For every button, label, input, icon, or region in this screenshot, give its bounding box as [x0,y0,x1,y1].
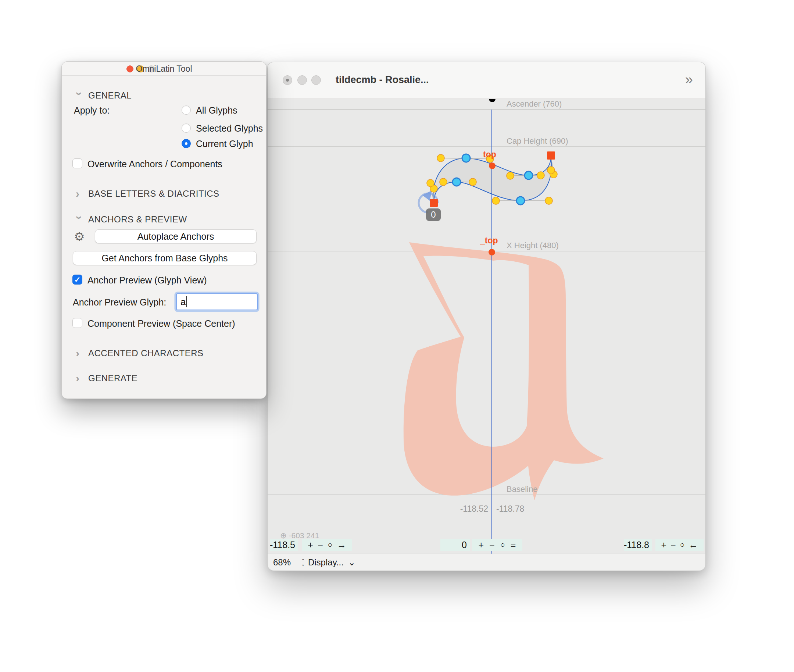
rsb-controls: + − ○ ← [655,539,704,551]
popup-updown-icon: ⌃⌄ [301,559,305,566]
anchor-preview-glyph-a [403,242,604,500]
off-curve-point[interactable] [537,172,544,179]
zoom-button[interactable] [311,75,321,85]
start-point-index-badge: 0 [426,208,441,221]
left-sidebearing-annotation: -118.52 [451,504,488,514]
on-curve-point[interactable] [453,178,461,186]
off-curve-point[interactable] [545,197,552,205]
chevron-down-icon: › [75,92,84,99]
divider [73,337,256,337]
section-base-letters[interactable]: › BASE LETTERS & DIACRITICS [76,189,219,199]
chevron-down-icon: › [75,216,84,223]
lsb-plus-button[interactable]: + [308,540,313,550]
chevron-down-icon: ⌄ [348,557,355,568]
component-preview-label: Component Preview (Space Center) [88,318,235,329]
status-bar: 68% ⌃⌄ Display... ⌄ [267,554,705,571]
anchor-top-dot[interactable] [489,163,496,169]
glyph-window: tildecmb - Rosalie... » Ascender [267,62,706,571]
chevron-right-icon: › [76,349,83,358]
rsb-minus-button[interactable]: − [671,540,676,550]
anchor-preview-checkbox[interactable]: ✓ [72,275,82,285]
width-field[interactable]: 0 [440,539,470,551]
toolbar-overflow-icon[interactable]: » [685,72,693,88]
metric-label: Ascender (760) [507,99,562,109]
width-plus-button[interactable]: + [479,540,484,550]
lsb-field[interactable]: -118.5 [270,539,298,551]
anchor-top[interactable] [489,99,496,102]
radio-current-glyph-label: Current Glyph [196,139,253,149]
width-equals-button[interactable]: = [511,540,516,550]
on-curve-point[interactable] [525,171,533,179]
radio-selected-glyphs-label: Selected Glyphs [196,123,263,134]
gear-icon[interactable]: ⚙ [74,229,85,244]
text-caret [186,296,187,307]
rsb-field[interactable]: -118.8 [624,539,652,551]
lsb-arrow-right-button[interactable]: → [337,540,346,550]
divider [73,177,256,177]
overwrite-checkbox[interactable] [72,158,82,168]
off-curve-point[interactable] [437,154,444,162]
get-anchors-button[interactable]: Get Anchors from Base Glyphs [73,251,256,265]
rsb-circle-button[interactable]: ○ [680,541,685,549]
on-curve-point[interactable] [517,197,525,205]
on-curve-point[interactable] [462,154,470,162]
autoplace-anchors-button[interactable]: Autoplace Anchors [95,229,256,243]
apply-to-label: Apply to: [74,105,110,116]
metric-label: Cap Height (690) [507,136,568,146]
crosshair-icon: ⊕ [280,531,287,540]
panel-titlebar[interactable]: OmniLatin Tool [62,62,266,76]
width-circle-button[interactable]: ○ [500,541,505,549]
preview-glyph-value: a [181,296,186,308]
off-curve-point[interactable] [547,166,555,174]
radio-selected-glyphs[interactable] [182,123,191,133]
glyph-editor-svg [267,99,706,554]
off-curve-point[interactable] [469,178,476,186]
chevron-right-icon: › [76,374,83,383]
width-controls: + − ○ = [472,539,522,551]
omnilatin-panel: OmniLatin Tool › GENERAL Apply to: All G… [61,61,266,399]
overwrite-label: Overwrite Anchors / Components [88,159,223,170]
radio-all-glyphs[interactable] [182,106,191,115]
section-generate[interactable]: › GENERATE [76,373,138,383]
preview-glyph-input[interactable]: a [176,293,258,310]
width-minus-button[interactable]: − [489,540,495,550]
section-general[interactable]: › GENERAL [76,90,131,101]
lsb-controls: + − ○ → [302,539,352,551]
right-sidebearing-annotation: -118.78 [496,504,524,514]
rsb-plus-button[interactable]: + [661,540,667,550]
window-title: tildecmb - Rosalie... [336,74,429,86]
component-preview-checkbox[interactable] [72,318,82,328]
anchor-preview-label: Anchor Preview (Glyph View) [88,275,207,286]
anchor-label-top: top [483,150,496,160]
off-curve-point[interactable] [492,197,499,205]
section-accented[interactable]: › ACCENTED CHARACTERS [76,348,204,358]
off-curve-point[interactable] [507,172,514,179]
radio-all-glyphs-label: All Glyphs [196,105,237,116]
anchor-undertop-dot[interactable] [488,249,495,256]
lsb-minus-button[interactable]: − [318,540,323,550]
minimize-button[interactable] [298,75,307,85]
corner-point[interactable] [547,152,555,160]
off-curve-point[interactable] [440,178,447,186]
lsb-circle-button[interactable]: ○ [328,541,333,549]
radio-current-glyph[interactable] [182,139,191,148]
close-button[interactable] [283,75,292,85]
corner-point[interactable] [430,199,438,207]
metric-label: X Height (480) [507,241,559,250]
section-anchors-preview[interactable]: › ANCHORS & PREVIEW [76,214,187,225]
chevron-right-icon: › [76,189,83,198]
desktop: OmniLatin Tool › GENERAL Apply to: All G… [0,0,794,672]
off-curve-point[interactable] [427,179,434,187]
preview-glyph-label: Anchor Preview Glyph: [73,297,166,308]
panel-title: OmniLatin Tool [62,62,266,76]
anchor-label-undertop: _top [480,236,498,246]
zoom-level-field[interactable]: 68% [273,557,291,568]
glyph-canvas[interactable]: Ascender (760)Cap Height (690)X Height (… [267,99,706,554]
display-popup[interactable]: ⌃⌄ Display... ⌄ [301,557,355,568]
rsb-arrow-left-button[interactable]: ← [688,540,698,550]
window-titlebar[interactable]: tildecmb - Rosalie... » [267,62,705,99]
metric-label: Baseline [507,485,538,494]
